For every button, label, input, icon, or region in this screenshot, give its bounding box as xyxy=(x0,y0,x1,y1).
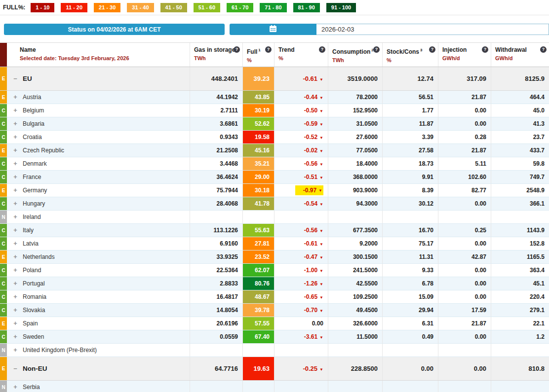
help-icon[interactable]: ? xyxy=(429,46,435,53)
expand-icon[interactable]: + xyxy=(12,241,18,247)
name-cell: +Belgium xyxy=(7,104,190,117)
trend-value-text: -0.54 xyxy=(304,200,317,207)
expand-icon[interactable]: + xyxy=(12,294,18,300)
injection-value xyxy=(438,211,491,223)
help-icon[interactable]: ? xyxy=(482,46,488,53)
help-icon[interactable]: ? xyxy=(319,46,325,53)
data-status-tab: C xyxy=(0,290,7,303)
expand-icon[interactable]: + xyxy=(12,347,18,353)
name-cell: +Bulgaria xyxy=(7,117,190,130)
trend-cell: -0.61▼ xyxy=(274,67,328,90)
full-percent-value: 55.63 xyxy=(243,224,274,237)
trend-value-text: -0.52 xyxy=(304,134,317,141)
data-status-tab: N xyxy=(0,381,7,392)
country-name[interactable]: Slovakia xyxy=(23,307,45,314)
gas-in-storage-value: 14.8054 xyxy=(190,304,243,317)
country-name[interactable]: Germany xyxy=(23,187,47,194)
trend-value-text: -0.44 xyxy=(304,94,317,101)
expand-icon[interactable]: + xyxy=(12,174,18,180)
trend-cell: -1.26▼ xyxy=(274,277,328,290)
stock-cons-value: 8.39 xyxy=(383,184,438,197)
country-name[interactable]: Denmark xyxy=(23,160,47,167)
column-header-full: Full1%? xyxy=(243,43,274,67)
country-name[interactable]: Latvia xyxy=(23,240,39,247)
expand-icon[interactable]: + xyxy=(12,107,18,113)
name-cell: +Ireland xyxy=(7,211,190,223)
data-status-tab: C xyxy=(0,277,7,290)
country-name[interactable]: Non-EU xyxy=(23,365,47,372)
consumption-value: 94.3000 xyxy=(328,197,383,210)
country-name[interactable]: Czech Republic xyxy=(23,147,64,154)
collapse-icon[interactable]: − xyxy=(12,366,18,372)
country-name[interactable]: Hungary xyxy=(23,200,45,207)
legend-bucket-61-70: 61 - 70 xyxy=(227,3,253,12)
name-cell: +Romania xyxy=(7,290,190,303)
country-name[interactable]: Bulgaria xyxy=(23,120,44,127)
help-icon[interactable]: ? xyxy=(265,46,272,53)
expand-icon[interactable]: + xyxy=(12,161,18,167)
gas-in-storage-value: 6.9160 xyxy=(190,237,243,250)
injection-value: 0.00 xyxy=(438,104,491,117)
country-name[interactable]: Italy xyxy=(23,227,34,234)
expand-icon[interactable]: + xyxy=(12,121,18,127)
gas-in-storage-value: 64.7716 xyxy=(190,357,243,380)
gas-in-storage-value xyxy=(190,211,243,223)
country-name[interactable]: United Kingdom (Pre-Brexit) xyxy=(23,347,97,354)
footnote-marker: 3 xyxy=(420,48,422,52)
gas-in-storage-value: 3.6861 xyxy=(190,117,243,130)
injection-value: 82.77 xyxy=(438,184,491,197)
full-percent-value: 48.67 xyxy=(243,290,274,303)
date-input[interactable] xyxy=(316,24,549,35)
column-header-name: Name Selected date: Tuesday 3rd February… xyxy=(7,43,190,67)
country-name[interactable]: EU xyxy=(23,75,32,82)
expand-icon[interactable]: + xyxy=(12,254,18,260)
country-name[interactable]: Netherlands xyxy=(23,253,55,260)
consumption-value: 300.1500 xyxy=(328,250,383,263)
expand-icon[interactable]: + xyxy=(12,267,18,273)
column-unit: GWh/d xyxy=(442,55,491,61)
country-name[interactable]: Belgium xyxy=(23,107,44,114)
injection-value: 17.59 xyxy=(438,304,491,317)
full-percent-value: 23.52 xyxy=(243,250,274,263)
injection-value: 0.00 xyxy=(438,330,491,343)
help-icon[interactable]: ? xyxy=(540,46,547,53)
expand-icon[interactable]: + xyxy=(12,94,18,100)
collapse-icon[interactable]: − xyxy=(12,76,18,82)
expand-icon[interactable]: + xyxy=(12,334,18,340)
help-icon[interactable]: ? xyxy=(234,46,240,53)
country-name[interactable]: Croatia xyxy=(23,134,42,141)
status-button[interactable]: Status on 04/02/2026 at 6AM CET xyxy=(4,24,225,35)
country-name[interactable]: Austria xyxy=(23,94,41,101)
injection-value: 0.00 xyxy=(438,277,491,290)
country-name[interactable]: Poland xyxy=(23,267,41,274)
country-name[interactable]: Romania xyxy=(23,293,46,300)
expand-icon[interactable]: + xyxy=(12,187,18,193)
trend-cell: -0.54▼ xyxy=(274,197,328,210)
country-name[interactable]: Spain xyxy=(23,320,38,327)
expand-icon[interactable]: + xyxy=(12,227,18,233)
expand-icon[interactable]: + xyxy=(12,281,18,286)
full-percent-value: 52.62 xyxy=(243,117,274,130)
trend-down-icon: ▼ xyxy=(319,109,323,113)
expand-icon[interactable]: + xyxy=(12,214,18,220)
expand-icon[interactable]: + xyxy=(12,134,18,140)
country-name[interactable]: Portugal xyxy=(23,280,45,287)
expand-icon[interactable]: + xyxy=(12,147,18,153)
help-icon[interactable]: ? xyxy=(373,46,380,53)
consumption-value: 241.5000 xyxy=(328,264,383,277)
expand-icon[interactable]: + xyxy=(12,307,18,313)
expand-icon[interactable]: + xyxy=(12,384,18,390)
expand-icon[interactable]: + xyxy=(12,321,18,326)
country-name[interactable]: Ireland xyxy=(23,214,41,220)
gas-in-storage-value: 28.4068 xyxy=(190,197,243,210)
country-name[interactable]: Sweden xyxy=(23,333,44,340)
toolbar: Status on 04/02/2026 at 6AM CET xyxy=(4,24,549,35)
footnote-marker: 1 xyxy=(258,48,260,52)
country-name[interactable]: Serbia xyxy=(23,384,40,391)
name-header-label: Name xyxy=(20,47,190,53)
expand-icon[interactable]: + xyxy=(12,201,18,207)
full-percent-value xyxy=(243,381,274,392)
trend-cell xyxy=(274,344,328,356)
calendar-button[interactable] xyxy=(230,24,316,35)
country-name[interactable]: France xyxy=(23,174,41,180)
